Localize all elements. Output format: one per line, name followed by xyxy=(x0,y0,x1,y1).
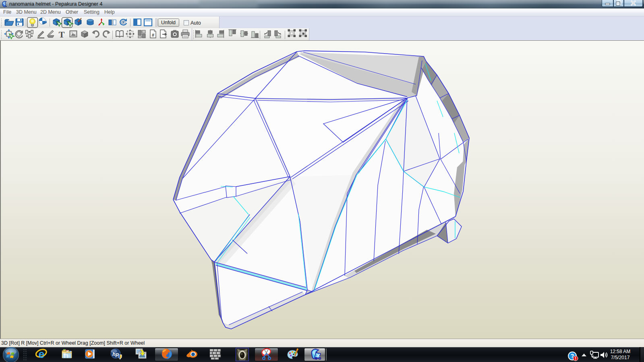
svg-text:T: T xyxy=(59,29,65,40)
svg-text:hp: hp xyxy=(112,351,119,357)
svg-text:Unfold: Unfold xyxy=(161,20,176,25)
svg-text:e: e xyxy=(38,348,44,360)
svg-text:#: # xyxy=(152,33,154,37)
svg-text:Auto: Auto xyxy=(191,20,201,26)
